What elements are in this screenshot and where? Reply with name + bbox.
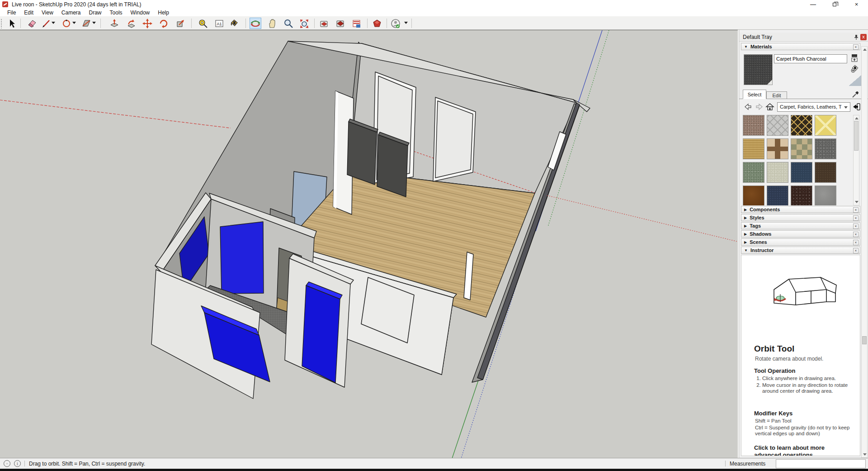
tab-edit[interactable]: Edit bbox=[766, 91, 787, 99]
measurements-input[interactable] bbox=[776, 459, 866, 468]
line-tool-dropdown[interactable] bbox=[52, 22, 55, 24]
create-material-icon[interactable] bbox=[850, 64, 859, 73]
shadows-section-header[interactable]: ▶ Shadows × bbox=[741, 230, 860, 238]
material-swatch[interactable] bbox=[743, 186, 764, 205]
eyedropper-icon[interactable] bbox=[851, 90, 859, 99]
material-swatch[interactable] bbox=[791, 162, 812, 183]
restore-button[interactable] bbox=[825, 0, 845, 9]
instructor-section-header[interactable]: ▼ Instructor × bbox=[741, 247, 860, 254]
details-arrow-icon[interactable] bbox=[852, 102, 861, 111]
menu-draw[interactable]: Draw bbox=[85, 10, 106, 16]
components-section-header[interactable]: ▶ Components × bbox=[741, 206, 860, 213]
tray-close-icon[interactable]: x bbox=[860, 34, 867, 40]
tags-section-header[interactable]: ▶ Tags × bbox=[741, 222, 860, 229]
share-model-icon[interactable] bbox=[335, 18, 346, 29]
arc-tool-icon[interactable] bbox=[61, 18, 72, 29]
pin-icon[interactable] bbox=[853, 34, 859, 40]
material-swatch[interactable] bbox=[815, 186, 836, 205]
material-swatch[interactable] bbox=[743, 162, 764, 183]
secondary-pane-icon[interactable] bbox=[850, 53, 859, 62]
menu-tools[interactable]: Tools bbox=[106, 10, 127, 16]
material-swatch[interactable] bbox=[791, 115, 812, 136]
text-tool-icon[interactable]: A1 bbox=[213, 18, 225, 29]
menu-camera[interactable]: Camera bbox=[57, 10, 85, 16]
material-swatch[interactable] bbox=[767, 138, 788, 159]
menu-edit[interactable]: Edit bbox=[20, 10, 38, 16]
push-pull-tool-icon[interactable] bbox=[108, 18, 120, 29]
line-tool-icon[interactable] bbox=[41, 18, 52, 29]
toolbar-drag-handle[interactable] bbox=[0, 19, 2, 29]
send-to-layout-icon[interactable] bbox=[371, 18, 383, 29]
home-icon[interactable] bbox=[765, 102, 774, 111]
material-swatch[interactable] bbox=[767, 186, 788, 205]
tags-close-icon[interactable]: × bbox=[853, 224, 859, 229]
zoom-extents-tool-icon[interactable] bbox=[298, 18, 310, 29]
materials-close-icon[interactable]: × bbox=[853, 44, 859, 50]
collection-dropdown[interactable]: Carpet, Fabrics, Leathers, T bbox=[777, 102, 850, 112]
scenes-close-icon[interactable]: × bbox=[853, 240, 859, 245]
scroll-thumb[interactable] bbox=[854, 121, 859, 151]
tray-scrollbar[interactable] bbox=[861, 46, 868, 458]
rectangle-tool-dropdown[interactable] bbox=[92, 22, 96, 24]
material-swatch[interactable] bbox=[815, 138, 836, 159]
scroll-up-icon[interactable] bbox=[855, 117, 859, 119]
material-swatch[interactable] bbox=[815, 162, 836, 183]
styles-close-icon[interactable]: × bbox=[853, 215, 859, 221]
tab-select[interactable]: Select bbox=[743, 90, 766, 99]
material-swatch[interactable] bbox=[743, 138, 764, 159]
swatch-scrollbar[interactable] bbox=[853, 115, 859, 205]
back-arrow-icon[interactable] bbox=[744, 102, 753, 111]
forward-arrow-icon[interactable] bbox=[755, 102, 764, 111]
components-close-icon[interactable]: × bbox=[853, 207, 859, 213]
scroll-up-icon[interactable] bbox=[863, 48, 867, 51]
move-tool-icon[interactable] bbox=[142, 18, 153, 29]
paint-bucket-tool-icon[interactable] bbox=[228, 18, 240, 29]
material-swatch[interactable] bbox=[791, 138, 812, 159]
scroll-thumb[interactable] bbox=[862, 336, 867, 344]
arc-tool-dropdown[interactable] bbox=[72, 22, 76, 24]
modifier-shift: Shift = Pan Tool bbox=[755, 418, 852, 424]
zoom-tool-icon[interactable] bbox=[283, 18, 294, 29]
follow-me-tool-icon[interactable] bbox=[125, 18, 137, 29]
rectangle-tool-icon[interactable] bbox=[80, 18, 92, 29]
material-swatch[interactable] bbox=[767, 115, 788, 136]
menu-help[interactable]: Help bbox=[154, 10, 173, 16]
red-axis bbox=[0, 100, 231, 128]
scenes-section-header[interactable]: ▶ Scenes × bbox=[741, 238, 860, 246]
close-button[interactable]: × bbox=[846, 0, 867, 9]
pan-tool-icon[interactable] bbox=[266, 18, 278, 29]
material-swatch[interactable] bbox=[767, 162, 788, 183]
tape-measure-tool-icon[interactable] bbox=[197, 18, 209, 29]
drawing-area[interactable] bbox=[0, 30, 738, 458]
menu-file[interactable]: File bbox=[3, 10, 20, 16]
material-swatch[interactable] bbox=[815, 115, 836, 136]
styles-section-header[interactable]: ▶ Styles × bbox=[741, 214, 860, 221]
viewport-3d-model[interactable] bbox=[0, 30, 738, 458]
instructor-close-icon[interactable]: × bbox=[853, 248, 859, 253]
orbit-tool-icon[interactable] bbox=[250, 18, 261, 29]
minimize-button[interactable]: — bbox=[803, 0, 823, 9]
eraser-tool-icon[interactable] bbox=[26, 18, 38, 29]
geolocation-icon[interactable]: ◦ bbox=[4, 460, 10, 467]
active-material-preview[interactable] bbox=[744, 54, 773, 85]
rotate-tool-icon[interactable] bbox=[158, 18, 170, 29]
menu-window[interactable]: Window bbox=[127, 10, 154, 16]
3d-warehouse-icon[interactable] bbox=[318, 18, 330, 29]
tray-header: Default Tray x bbox=[739, 33, 868, 42]
material-name-field[interactable] bbox=[774, 54, 847, 63]
shadows-close-icon[interactable]: × bbox=[853, 232, 859, 237]
material-swatch[interactable] bbox=[791, 186, 812, 205]
account-dropdown[interactable] bbox=[404, 22, 408, 24]
extension-warehouse-icon[interactable] bbox=[351, 18, 363, 29]
menu-view[interactable]: View bbox=[38, 10, 57, 16]
account-icon[interactable] bbox=[390, 18, 401, 29]
scroll-down-icon[interactable] bbox=[855, 201, 859, 203]
select-tool-icon[interactable] bbox=[6, 18, 18, 29]
advanced-operations-link[interactable]: Click to learn about more advanced opera… bbox=[754, 444, 849, 456]
material-swatch[interactable] bbox=[743, 115, 764, 136]
info-icon[interactable]: i bbox=[14, 460, 21, 467]
sample-paint-swatch[interactable] bbox=[849, 75, 861, 86]
offset-tool-icon[interactable] bbox=[175, 18, 186, 29]
scroll-down-icon[interactable] bbox=[863, 453, 867, 456]
materials-section-header[interactable]: ▼ Materials × bbox=[741, 43, 860, 50]
